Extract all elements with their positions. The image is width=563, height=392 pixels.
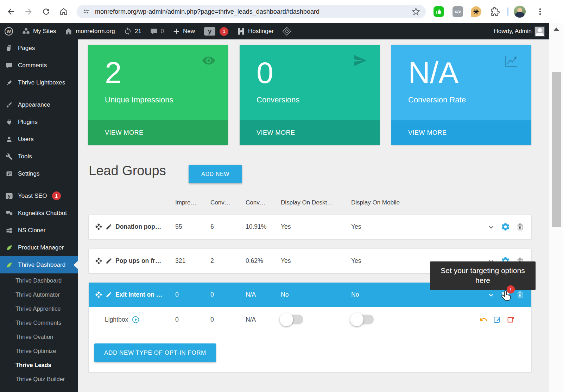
hostinger-menu[interactable]: Hostinger [233, 23, 278, 39]
delete-x-icon[interactable] [507, 315, 515, 324]
scrollbar-up-arrow[interactable] [553, 27, 559, 31]
sidebar-item-tools[interactable]: Tools [0, 148, 78, 165]
sidebar-item-comments[interactable]: Comments [0, 57, 78, 74]
submenu-thrive-comments[interactable]: Thrive Comments [0, 316, 78, 330]
col-display-desktop: Display On Deskt… [275, 199, 346, 206]
comment-icon [150, 27, 158, 36]
drag-move-icon[interactable] [95, 257, 102, 265]
updates-icon [124, 27, 132, 36]
brush-icon [5, 101, 13, 109]
extensions-puzzle-icon[interactable] [489, 6, 501, 18]
conversions-label: Conversions [257, 95, 380, 105]
rate-cell: 10.91% [240, 223, 275, 230]
expand-chevron-icon[interactable] [487, 223, 495, 231]
yoast-notification-badge: 1 [220, 27, 228, 36]
lightbox-subrow: Lightbox 0 0 N/A [89, 307, 531, 329]
submenu-thrive-automator[interactable]: Thrive Automator [0, 287, 78, 302]
view-more-conversions-button[interactable]: VIEW MORE [240, 120, 380, 145]
sidebar-item-ns-cloner[interactable]: NS Cloner [0, 222, 78, 239]
updates-menu[interactable]: 21 [119, 23, 146, 39]
sidebar-item-thrive-lightboxes[interactable]: Thrive Lightboxes [0, 74, 78, 91]
conversions-cell: 2 [205, 257, 240, 265]
my-sites-label: My Sites [33, 28, 56, 35]
delete-trash-icon[interactable] [516, 223, 524, 231]
my-sites-menu[interactable]: My Sites [18, 23, 60, 39]
extension-thumbsup-icon[interactable] [433, 6, 445, 18]
houses-icon [22, 27, 30, 36]
sidebar-item-appearance[interactable]: Appearance [0, 96, 78, 113]
home-icon[interactable] [58, 6, 69, 17]
forward-icon[interactable] [23, 6, 34, 17]
back-icon[interactable] [6, 6, 16, 17]
rate-cell: 0.62% [240, 257, 275, 265]
submenu-thrive-dashboard[interactable]: Thrive Dashboard [0, 273, 78, 287]
edit-icon[interactable] [493, 315, 501, 324]
submenu-thrive-optimize[interactable]: Thrive Optimize [0, 344, 78, 358]
settings-gear-icon[interactable] [501, 222, 510, 232]
scrollbar-thumb[interactable] [552, 72, 561, 227]
collapse-chevron-icon[interactable] [487, 291, 495, 299]
rename-pencil-icon[interactable] [106, 223, 112, 230]
admin-avatar [534, 26, 545, 37]
preview-play-icon[interactable] [132, 316, 140, 324]
add-new-button[interactable]: ADD NEW [189, 165, 242, 183]
rename-pencil-icon[interactable] [106, 258, 112, 264]
leaf-icon [5, 261, 13, 269]
reload-icon[interactable] [41, 6, 51, 17]
home-icon [64, 27, 73, 36]
stat-card-conversion-rate: N/A Conversion Rate VIEW MORE [391, 45, 531, 145]
yoast-menu[interactable]: y 1 [199, 23, 233, 39]
screen: monreform.org/wp-admin/admin.php?page=th… [0, 0, 563, 392]
sidebar-item-settings[interactable]: Settings [0, 165, 78, 182]
sidebar-item-kognetiks-chatbot[interactable]: Kognetiks Chatbot [0, 204, 78, 222]
browser-profile-avatar[interactable] [514, 6, 526, 18]
submenu-thrive-ovation[interactable]: Thrive Ovation [0, 330, 78, 344]
sidebar-item-pages[interactable]: Pages [0, 39, 78, 57]
stat-card-conversions: 0 Conversions VIEW MORE [240, 45, 380, 145]
impressions-cell: 321 [170, 257, 205, 265]
url-bar[interactable]: monreform.org/wp-admin/admin.php?page=th… [77, 5, 426, 18]
chat-bubbles-icon [5, 209, 13, 217]
submenu-thrive-apprentice[interactable]: Thrive Apprentice [0, 302, 78, 316]
undo-icon[interactable] [479, 315, 488, 324]
sidebar-item-thrive-dashboard[interactable]: Thrive Dashboard [0, 256, 78, 273]
site-name-menu[interactable]: monreform.org [60, 23, 119, 39]
extension-chat-icon[interactable] [470, 6, 482, 18]
bookmark-star-icon[interactable] [412, 7, 420, 16]
drag-move-icon[interactable] [95, 291, 102, 298]
mobile-toggle-off[interactable] [351, 315, 374, 324]
delete-trash-icon[interactable] [516, 291, 524, 299]
impressions-cell: 0 [170, 291, 205, 298]
submenu-thrive-leads[interactable]: Thrive Leads [0, 358, 78, 372]
site-info-icon[interactable] [82, 8, 90, 15]
submenu-thrive-quiz-builder[interactable]: Thrive Quiz Builder [0, 372, 78, 386]
drag-move-icon[interactable] [95, 223, 102, 230]
plus-icon [172, 27, 180, 35]
desktop-toggle-off[interactable] [281, 315, 303, 324]
add-new-optin-form-button[interactable]: ADD NEW TYPE OF OPT-IN FORM [94, 343, 216, 362]
squares-icon [5, 227, 13, 234]
browser-menu-icon[interactable] [534, 6, 546, 18]
main-content: 2 Unique Impressions VIEW MORE 0 Convers… [78, 39, 549, 392]
argyle-menu[interactable] [278, 23, 296, 39]
view-more-impressions-button[interactable]: VIEW MORE [88, 120, 228, 145]
view-more-rate-button[interactable]: VIEW MORE [391, 120, 531, 145]
sidebar-item-product-manager[interactable]: Product Manager [0, 239, 78, 256]
update-count: 21 [135, 28, 141, 35]
new-content-menu[interactable]: New [168, 23, 199, 39]
yoast-icon: y [203, 27, 217, 36]
sidebar-item-users[interactable]: Users [0, 131, 78, 148]
rename-pencil-icon[interactable] [106, 291, 112, 298]
sidebar-separator [0, 91, 78, 96]
sidebar-item-yoast-seo[interactable]: y Yoast SEO 1 [0, 187, 78, 204]
settings-gear-icon[interactable]: ! [501, 290, 510, 299]
url-text[interactable]: monreform.org/wp-admin/admin.php?page=th… [95, 8, 407, 15]
comments-menu[interactable]: 0 [146, 23, 168, 39]
wp-admin-bar: W My Sites monreform.org 21 0 [0, 23, 549, 39]
extension-code-icon[interactable]: </> [452, 6, 464, 18]
svg-text:y: y [8, 194, 11, 199]
howdy-account-menu[interactable]: Howdy, Admin [490, 23, 549, 39]
wp-logo-menu[interactable]: W [0, 23, 18, 39]
sidebar-separator [0, 182, 78, 187]
sidebar-item-plugins[interactable]: Plugins [0, 113, 78, 131]
